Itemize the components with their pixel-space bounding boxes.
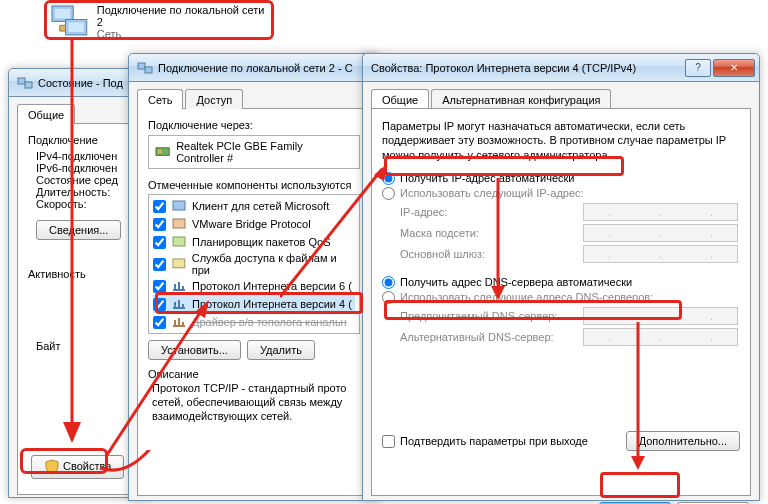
component-check[interactable] bbox=[153, 334, 166, 335]
status-row: Скорость: bbox=[36, 198, 133, 210]
svg-rect-6 bbox=[138, 63, 145, 69]
client-icon bbox=[171, 198, 187, 214]
ipv4-icon bbox=[171, 296, 187, 312]
connection-icon bbox=[137, 60, 153, 76]
component-item[interactable]: Служба доступа к файлам и при bbox=[153, 251, 355, 277]
advanced-button[interactable]: Дополнительно... bbox=[626, 431, 740, 451]
driver-icon bbox=[171, 314, 187, 330]
network-connection-item[interactable]: Подключение по локальной сети 2 Сеть bbox=[44, 0, 274, 44]
details-button[interactable]: Сведения... bbox=[36, 220, 121, 240]
component-check[interactable] bbox=[153, 258, 166, 271]
component-check[interactable] bbox=[153, 298, 166, 311]
description-label: Описание bbox=[148, 368, 360, 380]
svg-rect-12 bbox=[173, 237, 185, 246]
qos-icon bbox=[171, 234, 187, 250]
close-button[interactable]: ✕ bbox=[713, 59, 755, 77]
bridge-icon bbox=[171, 216, 187, 232]
svg-rect-13 bbox=[173, 259, 185, 268]
svg-rect-7 bbox=[145, 67, 152, 73]
dns1-input: ... bbox=[583, 307, 738, 325]
dns1-label: Предпочитаемый DNS-сервер: bbox=[400, 310, 575, 322]
svg-rect-4 bbox=[18, 78, 25, 84]
uninstall-button[interactable]: Удалить bbox=[247, 340, 315, 360]
mask-label: Маска подсети: bbox=[400, 227, 575, 239]
tab-alternative[interactable]: Альтернативная конфигурация bbox=[431, 89, 611, 109]
install-button[interactable]: Установить... bbox=[148, 340, 241, 360]
component-check[interactable] bbox=[153, 200, 166, 213]
components-label: Отмеченные компоненты используются bbox=[148, 179, 360, 191]
responder-icon bbox=[171, 332, 187, 334]
svg-rect-3 bbox=[68, 22, 83, 32]
tab-general[interactable]: Общие bbox=[371, 89, 429, 109]
ipv4-properties-dialog: Свойства: Протокол Интернета версии 4 (T… bbox=[362, 53, 760, 501]
component-item[interactable]: Протокол Интернета версии 4 ( bbox=[153, 295, 355, 313]
svg-rect-1 bbox=[55, 9, 70, 19]
mask-input: ... bbox=[583, 224, 738, 242]
component-check[interactable] bbox=[153, 280, 166, 293]
description-text: Протокол TCP/IP - стандартный прото сете… bbox=[148, 380, 360, 425]
connection-name: Подключение по локальной сети 2 bbox=[97, 4, 268, 28]
section-activity: Активность bbox=[28, 268, 133, 280]
connection-sub: Сеть bbox=[97, 28, 268, 40]
ipv4-title: Свойства: Протокол Интернета версии 4 (T… bbox=[371, 62, 683, 74]
gateway-label: Основной шлюз: bbox=[400, 248, 575, 260]
ip-label: IP-адрес: bbox=[400, 206, 575, 218]
status-row: Состояние сред bbox=[36, 174, 133, 186]
connection-icon bbox=[17, 75, 33, 91]
component-item[interactable]: Драйвер в/в тополога канальн bbox=[153, 313, 355, 331]
svg-rect-11 bbox=[173, 219, 185, 228]
radio-manual-dns[interactable]: Использовать следующие адреса DNS-сервер… bbox=[382, 291, 740, 304]
status-row: Длительность: bbox=[36, 186, 133, 198]
dns2-label: Альтернативный DNS-сервер: bbox=[400, 331, 575, 343]
network-icon bbox=[50, 4, 89, 40]
radio-auto-dns[interactable]: Получить адрес DNS-сервера автоматически bbox=[382, 276, 740, 289]
fileshare-icon bbox=[171, 256, 187, 272]
properties-button[interactable]: Свойства bbox=[31, 455, 124, 479]
status-row: IPv4-подключен bbox=[36, 150, 133, 162]
component-item[interactable]: Клиент для сетей Microsoft bbox=[153, 197, 355, 215]
connect-via-label: Подключение через: bbox=[148, 119, 360, 131]
component-check[interactable] bbox=[153, 316, 166, 329]
tab-general[interactable]: Общие bbox=[17, 104, 75, 124]
validate-checkbox[interactable]: Подтвердить параметры при выходе bbox=[382, 434, 588, 449]
ipv6-icon bbox=[171, 278, 187, 294]
help-button[interactable]: ? bbox=[685, 59, 711, 77]
tab-network[interactable]: Сеть bbox=[137, 89, 183, 109]
tab-access[interactable]: Доступ bbox=[185, 89, 243, 109]
shield-icon bbox=[44, 459, 60, 475]
dns2-input: ... bbox=[583, 328, 738, 346]
component-check[interactable] bbox=[153, 218, 166, 231]
svg-rect-10 bbox=[173, 201, 185, 210]
radio-auto-ip[interactable]: Получить IP-адрес автоматически bbox=[382, 172, 740, 185]
connection-properties-dialog: Подключение по локальной сети 2 - С Сеть… bbox=[128, 53, 380, 501]
component-item[interactable]: Ответчик обнаружения тополог bbox=[153, 331, 355, 334]
ip-input: ... bbox=[583, 203, 738, 221]
component-item[interactable]: Планировщик пакетов QoS bbox=[153, 233, 355, 251]
component-item[interactable]: VMware Bridge Protocol bbox=[153, 215, 355, 233]
radio-manual-ip[interactable]: Использовать следующий IP-адрес: bbox=[382, 187, 740, 200]
status-row: IPv6-подключен bbox=[36, 162, 133, 174]
gateway-input: ... bbox=[583, 245, 738, 263]
props-title: Подключение по локальной сети 2 - С bbox=[158, 62, 375, 74]
svg-rect-9 bbox=[158, 150, 162, 154]
adapter-name: Realtek PCIe GBE Family Controller # bbox=[176, 140, 353, 164]
section-connection: Подключение bbox=[28, 134, 133, 146]
adapter-icon bbox=[155, 144, 170, 160]
component-item[interactable]: Протокол Интернета версии 6 ( bbox=[153, 277, 355, 295]
bytes-label: Байт bbox=[28, 340, 133, 352]
intro-text: Параметры IP могут назначаться автоматич… bbox=[382, 119, 740, 162]
svg-rect-5 bbox=[25, 82, 32, 88]
component-check[interactable] bbox=[153, 236, 166, 249]
